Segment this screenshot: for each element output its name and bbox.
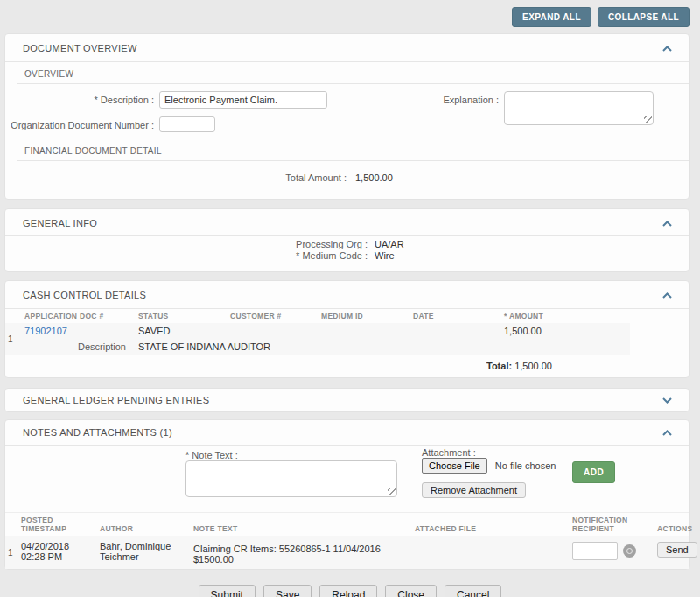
cash-control-total-value: 1,500.00: [514, 361, 552, 371]
processing-org-value: UA/AR: [368, 239, 404, 250]
description-input[interactable]: [159, 91, 327, 109]
collapse-all-button[interactable]: COLLAPSE ALL: [598, 7, 690, 27]
financial-detail-divider: [18, 160, 689, 161]
remove-attachment-button[interactable]: Remove Attachment: [422, 482, 526, 498]
notes-and-attachments-title: NOTES AND ATTACHMENTS (1): [23, 427, 172, 438]
col-medium-id: MEDIUM ID: [316, 309, 408, 323]
note-text-value: Claiming CR Items: 55260865-1 11/04/2016…: [188, 536, 410, 569]
add-button[interactable]: ADD: [572, 461, 615, 483]
col-note-text: NOTE TEXT: [188, 513, 410, 537]
description-label: * Description :: [5, 95, 154, 105]
overview-subheader: OVERVIEW: [24, 69, 74, 79]
row-description-label: Description: [19, 339, 133, 355]
table-row: 1 71902107 SAVED 1,500.00: [5, 323, 689, 339]
chevron-up-icon[interactable]: [662, 429, 673, 437]
chevron-up-icon[interactable]: [662, 220, 673, 228]
notification-recipient-input[interactable]: [572, 542, 618, 560]
total-amount-label: Total Amount :: [180, 172, 346, 183]
col-customer: CUSTOMER #: [225, 309, 316, 323]
document-overview-body: OVERVIEW * Description : Explanation : O…: [5, 62, 689, 199]
processing-org-row: Processing Org : UA/AR: [5, 239, 689, 250]
notes-and-attachments-header[interactable]: NOTES AND ATTACHMENTS (1): [5, 420, 689, 446]
general-info-header[interactable]: GENERAL INFO: [5, 209, 689, 236]
application-doc-link[interactable]: 71902107: [24, 326, 67, 336]
col-amount: * AMOUNT: [499, 309, 630, 323]
col-attached-file: ATTACHED FILE: [410, 513, 567, 537]
resize-grip-icon[interactable]: [388, 488, 396, 495]
posted-timestamp-value: 04/20/2018 02:28 PM: [16, 536, 94, 569]
col-status: STATUS: [133, 309, 225, 323]
notes-header-row: POSTED TIMESTAMP AUTHOR NOTE TEXT ATTACH…: [5, 513, 689, 537]
footer-action-bar: Submit Save Reload Close Cancel: [0, 579, 700, 597]
chevron-down-icon[interactable]: [662, 397, 673, 404]
status-value: SAVED: [133, 323, 225, 339]
org-doc-number-input[interactable]: [159, 116, 215, 132]
general-ledger-pending-entries-title: GENERAL LEDGER PENDING ENTRIES: [23, 395, 209, 405]
col-date: DATE: [408, 309, 499, 323]
date-value: [408, 323, 499, 339]
medium-code-value: Wire: [368, 250, 395, 262]
processing-org-label: Processing Org :: [5, 239, 368, 250]
author-value: Bahr, Dominique Teichmer: [94, 536, 188, 569]
row-description-value: STATE OF INDIANA AUDITOR: [133, 339, 630, 355]
no-file-chosen-text: No file chosen: [495, 460, 556, 471]
notes-and-attachments-section: NOTES AND ATTACHMENTS (1) * Note Text : …: [4, 419, 690, 570]
cash-control-total-label: Total:: [486, 361, 512, 371]
document-overview-section: DOCUMENT OVERVIEW OVERVIEW * Description…: [4, 33, 690, 200]
medium-code-label: * Medium Code :: [5, 250, 368, 262]
attachment-label: Attachment :: [422, 447, 476, 458]
document-overview-title: DOCUMENT OVERVIEW: [23, 43, 137, 53]
cash-control-header-row: APPLICATION DOC # STATUS CUSTOMER # MEDI…: [5, 309, 689, 323]
col-posted-timestamp: POSTED TIMESTAMP: [16, 513, 94, 537]
chevron-up-icon[interactable]: [662, 45, 673, 53]
general-info-section: GENERAL INFO Processing Org : UA/AR * Me…: [4, 208, 690, 272]
resize-grip-icon[interactable]: [644, 116, 652, 123]
medium-code-row: * Medium Code : Wire: [5, 250, 689, 262]
col-author: AUTHOR: [94, 513, 188, 537]
total-amount-value: 1,500.00: [355, 172, 393, 183]
note-entry-area: * Note Text : Attachment : Choose File N…: [5, 446, 689, 512]
amount-value: 1,500.00: [499, 323, 630, 339]
document-overview-header[interactable]: DOCUMENT OVERVIEW: [5, 34, 689, 62]
notes-table: POSTED TIMESTAMP AUTHOR NOTE TEXT ATTACH…: [5, 512, 689, 569]
send-button[interactable]: Send: [657, 542, 697, 558]
general-ledger-pending-entries-section: GENERAL LEDGER PENDING ENTRIES: [4, 388, 690, 412]
lookup-icon[interactable]: [623, 544, 636, 558]
medium-id-value: [316, 323, 408, 339]
cash-control-details-section: CASH CONTROL DETAILS APPLICATION DOC # S…: [4, 280, 690, 378]
file-input: Choose File No file chosen: [422, 458, 556, 474]
table-row-description: Description STATE OF INDIANA AUDITOR: [5, 339, 689, 355]
general-ledger-pending-entries-header[interactable]: GENERAL LEDGER PENDING ENTRIES: [5, 389, 689, 411]
overview-divider: [18, 83, 689, 84]
col-notification-recipient: NOTIFICATION RECIPIENT: [567, 513, 652, 537]
reload-button[interactable]: Reload: [319, 585, 377, 597]
save-button[interactable]: Save: [263, 585, 312, 597]
note-text-textarea[interactable]: [186, 460, 397, 497]
expand-all-button[interactable]: EXPAND ALL: [512, 7, 592, 27]
customer-value: [225, 323, 316, 339]
note-row: 1 04/20/2018 02:28 PM Bahr, Dominique Te…: [5, 536, 689, 569]
org-doc-number-label: Organization Document Number :: [5, 120, 154, 130]
attached-file-value: [410, 536, 567, 569]
explanation-textarea[interactable]: [504, 91, 654, 125]
choose-file-button[interactable]: Choose File: [422, 458, 487, 474]
cash-control-total-row: Total: 1,500.00: [5, 355, 689, 378]
top-toolbar: EXPAND ALL COLLAPSE ALL: [0, 0, 700, 33]
submit-button[interactable]: Submit: [199, 585, 256, 597]
general-info-title: GENERAL INFO: [23, 218, 97, 228]
cancel-button[interactable]: Cancel: [444, 585, 501, 597]
col-application-doc: APPLICATION DOC #: [19, 309, 133, 323]
explanation-label: Explanation :: [416, 95, 499, 105]
general-info-body: Processing Org : UA/AR * Medium Code : W…: [5, 236, 689, 271]
chevron-up-icon[interactable]: [662, 291, 673, 299]
row-number: 1: [5, 323, 19, 355]
cash-control-details-title: CASH CONTROL DETAILS: [23, 290, 146, 300]
col-actions: ACTIONS: [652, 513, 689, 537]
cash-control-details-header[interactable]: CASH CONTROL DETAILS: [5, 281, 689, 309]
cash-control-table: APPLICATION DOC # STATUS CUSTOMER # MEDI…: [5, 309, 689, 377]
row-number: 1: [5, 536, 16, 569]
note-text-label: * Note Text :: [186, 450, 238, 460]
financial-document-detail-subheader: FINANCIAL DOCUMENT DETAIL: [24, 146, 162, 156]
close-button[interactable]: Close: [385, 585, 437, 597]
